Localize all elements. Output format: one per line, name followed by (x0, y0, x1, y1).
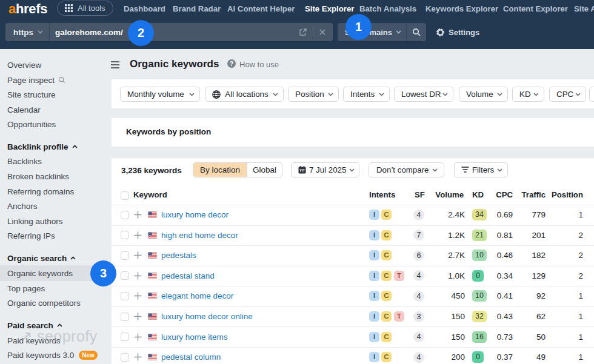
svg-text:?: ? (230, 61, 233, 67)
